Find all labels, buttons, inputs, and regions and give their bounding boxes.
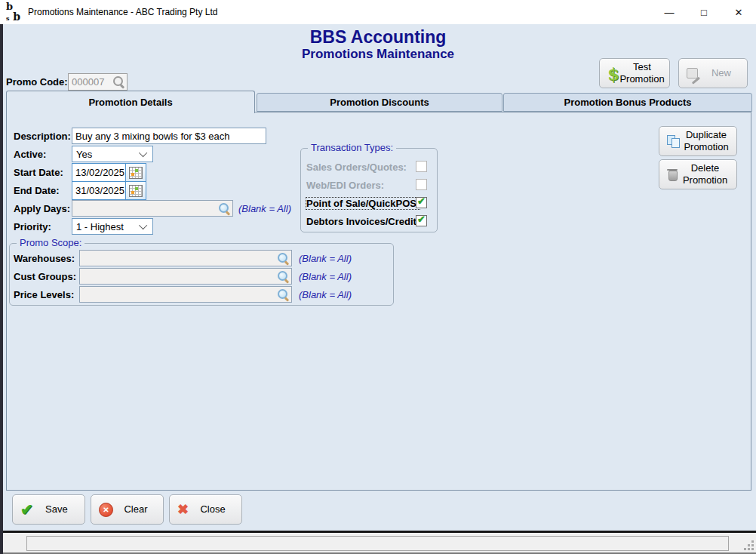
apply-days-search-icon[interactable]	[218, 202, 231, 215]
start-date-calendar-button[interactable]	[125, 164, 146, 181]
sales-orders-checkbox[interactable]	[416, 161, 427, 172]
warehouses-label: Warehouses:	[14, 253, 75, 264]
promo-code-search-icon[interactable]	[112, 75, 125, 88]
price-levels-hint: (Blank = All)	[299, 289, 352, 300]
sales-orders-label: Sales Orders/Quotes:	[306, 162, 407, 173]
cust-groups-hint: (Blank = All)	[299, 271, 352, 282]
promo-code-label: Promo Code:	[6, 76, 68, 88]
close-x-icon	[177, 501, 189, 518]
warehouses-search-icon[interactable]	[277, 252, 290, 265]
promo-code-value: 000007	[72, 76, 104, 88]
cust-groups-field[interactable]	[79, 268, 292, 285]
delete-promotion-button[interactable]: Delete Promotion	[659, 159, 737, 189]
tab-promotion-discounts[interactable]: Promotion Discounts	[257, 93, 502, 112]
new-button[interactable]: New	[678, 58, 748, 88]
cust-groups-label: Cust Groups:	[14, 271, 76, 282]
warehouses-hint: (Blank = All)	[299, 253, 352, 264]
warehouses-field[interactable]	[79, 250, 292, 266]
point-of-sale-label: Point of Sale/QuickPOS:	[306, 198, 419, 209]
price-levels-label: Price Levels:	[14, 289, 74, 300]
web-edi-orders-label: Web/EDI Orders:	[306, 180, 384, 191]
trash-icon	[667, 168, 678, 181]
close-icon[interactable]: ✕	[721, 0, 756, 24]
save-button[interactable]: Save	[12, 494, 85, 525]
debtors-invoices-label: Debtors Invoices/Credits:	[306, 216, 426, 227]
active-label: Active:	[14, 149, 46, 160]
window-left-edge	[0, 24, 3, 554]
apply-days-label: Apply Days:	[14, 203, 70, 214]
apply-days-hint: (Blank = All)	[238, 203, 291, 214]
cust-groups-search-icon[interactable]	[277, 270, 290, 283]
debtors-invoices-checkbox[interactable]	[416, 215, 427, 226]
duplicate-icon	[667, 135, 681, 147]
point-of-sale-checkbox[interactable]	[416, 197, 427, 208]
chevron-down-icon	[139, 149, 147, 157]
app-title: BBS Accounting	[0, 27, 756, 48]
description-label: Description:	[14, 131, 71, 142]
tab-promotion-details[interactable]: Promotion Details	[6, 91, 255, 113]
calendar-icon	[129, 185, 143, 197]
window-title: Promotions Maintenance - ABC Trading Pty…	[28, 7, 217, 17]
promo-code-field[interactable]: 000007	[68, 73, 128, 91]
clear-button[interactable]: Clear	[91, 494, 164, 525]
apply-days-field[interactable]	[72, 200, 233, 217]
end-date-label: End Date:	[14, 185, 60, 196]
end-date-field[interactable]: 31/03/2025	[72, 181, 146, 200]
start-date-field[interactable]: 13/02/2025	[72, 163, 146, 182]
minimize-icon[interactable]: —	[652, 0, 687, 24]
chevron-down-icon	[139, 221, 147, 229]
calendar-icon	[129, 167, 143, 179]
check-icon	[20, 500, 33, 519]
end-date-calendar-button[interactable]	[125, 182, 146, 199]
start-date-label: Start Date:	[14, 167, 63, 178]
status-message	[26, 536, 729, 551]
promo-scope-title: Promo Scope:	[17, 237, 85, 248]
dollar-icon: $	[607, 63, 619, 84]
tab-promotion-bonus-products[interactable]: Promotion Bonus Products	[503, 93, 752, 112]
close-button[interactable]: Close	[169, 494, 242, 525]
price-levels-field[interactable]	[79, 286, 292, 303]
transaction-types-title: Transaction Types:	[308, 142, 396, 153]
price-levels-search-icon[interactable]	[277, 288, 290, 301]
app-logo-icon: bsb	[5, 4, 22, 20]
description-input[interactable]: Buy any 3 mixing bowls for $3 each	[72, 128, 266, 144]
priority-select[interactable]: 1 - Highest	[72, 218, 153, 235]
priority-label: Priority:	[14, 221, 51, 232]
duplicate-promotion-button[interactable]: Duplicate Promotion	[659, 126, 737, 156]
resize-grip[interactable]	[743, 540, 754, 550]
maximize-icon[interactable]: □	[687, 0, 721, 24]
test-promotion-button[interactable]: $ Test Promotion	[599, 58, 670, 88]
app-window: bsb Promotions Maintenance - ABC Trading…	[0, 0, 756, 554]
new-record-icon	[687, 67, 700, 79]
web-edi-orders-checkbox[interactable]	[416, 179, 427, 190]
clear-icon	[99, 503, 113, 517]
status-bar	[0, 533, 756, 554]
title-bar: bsb Promotions Maintenance - ABC Trading…	[0, 0, 756, 24]
active-select[interactable]: Yes	[72, 146, 153, 162]
